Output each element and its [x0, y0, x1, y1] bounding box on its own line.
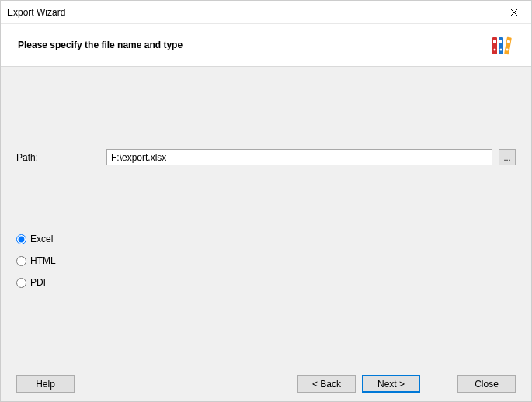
- svg-point-5: [500, 49, 502, 51]
- wizard-content: Path: ... Excel HTML PDF: [1, 67, 531, 366]
- path-row: Path: ...: [16, 149, 516, 165]
- browse-button[interactable]: ...: [499, 149, 516, 165]
- wizard-subtitle: Please specify the file name and type: [18, 40, 489, 50]
- window-title: Export Wizard: [7, 7, 496, 18]
- close-button[interactable]: Close: [457, 375, 516, 393]
- radio-html[interactable]: HTML: [16, 255, 56, 266]
- svg-rect-0: [492, 37, 497, 54]
- wizard-footer: Help < Back Next > Close: [1, 366, 531, 402]
- titlebar: Export Wizard: [1, 1, 531, 24]
- path-input[interactable]: [106, 149, 492, 165]
- window-close-button[interactable]: [496, 1, 531, 23]
- radio-pdf-label: PDF: [30, 277, 49, 288]
- radio-excel-input[interactable]: [16, 234, 26, 244]
- svg-rect-4: [499, 40, 502, 43]
- radio-pdf[interactable]: PDF: [16, 277, 56, 288]
- books-icon: [489, 33, 514, 57]
- close-icon: [510, 9, 518, 16]
- wizard-header: Please specify the file name and type: [1, 24, 531, 67]
- radio-html-label: HTML: [30, 255, 56, 266]
- path-label: Path:: [16, 152, 100, 163]
- radio-html-input[interactable]: [16, 256, 26, 266]
- svg-point-2: [494, 49, 496, 51]
- svg-rect-3: [499, 37, 503, 54]
- svg-rect-1: [493, 40, 496, 43]
- footer-divider: [16, 366, 516, 366]
- svg-rect-6: [504, 37, 512, 55]
- radio-excel[interactable]: Excel: [16, 234, 56, 244]
- radio-excel-label: Excel: [30, 234, 53, 244]
- radio-pdf-input[interactable]: [16, 278, 26, 288]
- back-button[interactable]: < Back: [297, 375, 356, 393]
- next-button[interactable]: Next >: [362, 375, 420, 393]
- help-button[interactable]: Help: [16, 375, 75, 393]
- format-radio-group: Excel HTML PDF: [16, 234, 56, 288]
